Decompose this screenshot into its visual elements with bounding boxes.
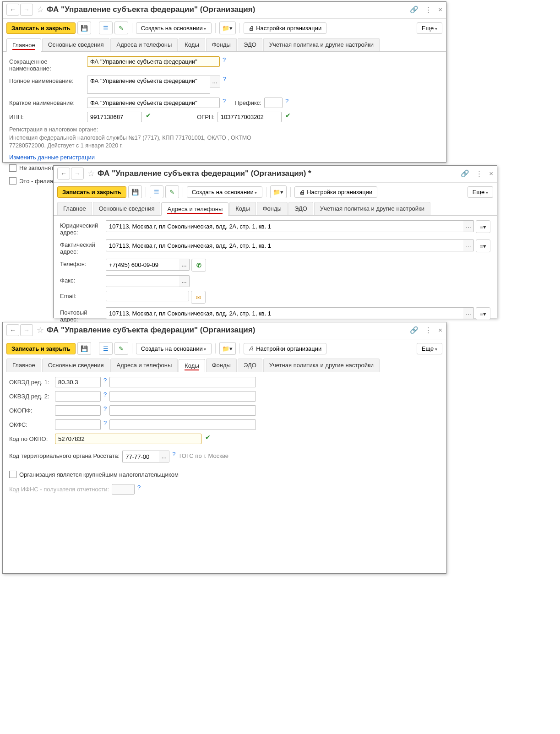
create-based-button[interactable]: Создать на основании <box>187 186 262 198</box>
ellipsis-button[interactable]: … <box>463 307 474 319</box>
forward-button[interactable]: → <box>20 4 33 16</box>
mail-button[interactable]: ✉ <box>191 291 206 304</box>
help-icon[interactable]: ? <box>103 377 107 384</box>
back-button[interactable]: ← <box>6 4 19 16</box>
okopf-input[interactable] <box>55 405 101 416</box>
help-icon[interactable]: ? <box>172 451 175 457</box>
tab-basic[interactable]: Основные сведения <box>42 38 110 51</box>
star-icon[interactable]: ☆ <box>37 5 44 15</box>
forward-button[interactable]: → <box>20 324 33 336</box>
org-settings-button[interactable]: 🖨 Настройки организации <box>294 186 378 198</box>
close-icon[interactable]: × <box>438 5 442 13</box>
list-button[interactable]: ≡▾ <box>476 307 490 320</box>
link-icon[interactable]: 🔗 <box>410 5 419 13</box>
menu-icon[interactable]: ⋮ <box>476 169 483 177</box>
create-based-button[interactable]: Создать на основании <box>136 343 212 354</box>
back-button[interactable]: ← <box>6 324 19 336</box>
tab-policy[interactable]: Учетная политика и другие настройки <box>314 202 430 215</box>
tab-addr[interactable]: Адреса и телефоны <box>110 38 178 51</box>
tab-main[interactable]: Главное <box>57 202 92 215</box>
help-icon[interactable]: ? <box>223 76 226 82</box>
doc-icon[interactable]: ☰ <box>99 342 113 355</box>
ellipsis-button[interactable]: … <box>159 451 169 462</box>
edit-icon[interactable]: ✎ <box>165 185 179 198</box>
prefix-input[interactable] <box>264 98 283 108</box>
okfs-input[interactable] <box>55 419 101 430</box>
more-button[interactable]: Еще <box>417 22 442 34</box>
save-close-button[interactable]: Записать и закрыть <box>57 186 126 198</box>
close-icon[interactable]: × <box>438 326 442 334</box>
okved2-input[interactable] <box>55 391 101 402</box>
call-button[interactable]: ✆ <box>191 259 206 272</box>
edit-icon[interactable]: ✎ <box>114 22 128 34</box>
okved1-name-input[interactable] <box>109 377 256 387</box>
tab-main[interactable]: Главное <box>6 359 41 372</box>
tab-edo[interactable]: ЭДО <box>238 38 262 51</box>
help-icon[interactable]: ? <box>285 98 288 104</box>
doc-icon[interactable]: ☰ <box>150 185 163 198</box>
save-close-button[interactable]: Записать и закрыть <box>6 22 76 34</box>
short-name-input[interactable] <box>87 56 220 67</box>
ellipsis-button[interactable]: … <box>463 239 474 251</box>
brief-name-input[interactable] <box>87 98 220 108</box>
tab-codes[interactable]: Коды <box>179 38 205 51</box>
help-icon[interactable]: ? <box>223 56 226 63</box>
star-icon[interactable]: ☆ <box>37 325 44 335</box>
org-settings-button[interactable]: 🖨 Настройки организации <box>244 343 327 354</box>
ogrn-input[interactable] <box>217 112 282 122</box>
link-icon[interactable]: 🔗 <box>410 326 419 334</box>
okved1-input[interactable] <box>55 377 101 387</box>
tab-codes[interactable]: Коды <box>229 202 256 215</box>
tab-basic[interactable]: Основные сведения <box>93 202 161 215</box>
tab-funds[interactable]: Фонды <box>206 38 237 51</box>
rosstat-input[interactable] <box>122 451 159 462</box>
ellipsis-button[interactable]: … <box>179 275 190 287</box>
list-button[interactable]: ≡▾ <box>476 220 490 233</box>
save-icon[interactable]: 💾 <box>128 185 142 198</box>
menu-icon[interactable]: ⋮ <box>425 326 432 334</box>
tab-policy[interactable]: Учетная политика и другие настройки <box>263 38 380 51</box>
save-icon[interactable]: 💾 <box>77 342 91 355</box>
tab-addr[interactable]: Адреса и телефоны <box>110 359 178 372</box>
star-icon[interactable]: ☆ <box>87 169 95 179</box>
ellipsis-button[interactable]: … <box>179 259 190 271</box>
okopf-name-input[interactable] <box>109 405 256 416</box>
forward-button[interactable]: → <box>71 168 84 179</box>
more-button[interactable]: Еще <box>417 343 442 354</box>
help-icon[interactable]: ? <box>103 391 107 398</box>
fact-addr-input[interactable] <box>106 239 463 251</box>
okpo-input[interactable] <box>55 434 201 444</box>
fax-input[interactable] <box>106 275 179 287</box>
change-reg-link[interactable]: Изменить данные регистрации <box>9 154 95 161</box>
save-close-button[interactable]: Записать и закрыть <box>6 343 76 354</box>
menu-icon[interactable]: ⋮ <box>425 5 432 13</box>
chk-large-taxpayer[interactable]: Организация является крупнейшим налогопл… <box>9 471 179 478</box>
ifns-input[interactable] <box>112 484 135 495</box>
list-button[interactable]: ≡▾ <box>476 239 490 252</box>
email-input[interactable] <box>106 291 189 301</box>
phone-input[interactable] <box>106 259 179 271</box>
link-icon[interactable]: 🔗 <box>461 169 469 177</box>
legal-addr-input[interactable] <box>106 220 463 232</box>
tab-main[interactable]: Главное <box>6 38 41 52</box>
folder-icon[interactable]: 📁▾ <box>219 342 236 355</box>
tab-funds[interactable]: Фонды <box>257 202 288 215</box>
close-icon[interactable]: × <box>489 169 493 177</box>
full-name-input[interactable]: ФА "Управление субъекта федерации" <box>87 76 210 94</box>
org-settings-button[interactable]: 🖨 Настройки организации <box>244 22 327 34</box>
help-icon[interactable]: ? <box>223 98 226 104</box>
ellipsis-button[interactable]: … <box>210 76 220 87</box>
help-icon[interactable]: ? <box>103 419 107 426</box>
save-icon[interactable]: 💾 <box>77 22 91 34</box>
folder-icon[interactable]: 📁▾ <box>219 22 236 34</box>
inn-input[interactable] <box>87 112 142 122</box>
tab-edo[interactable]: ЭДО <box>288 202 313 215</box>
tab-edo[interactable]: ЭДО <box>238 359 262 372</box>
folder-icon[interactable]: 📁▾ <box>270 185 287 198</box>
help-icon[interactable]: ? <box>137 484 141 491</box>
tab-policy[interactable]: Учетная политика и другие настройки <box>263 359 380 372</box>
tab-addr[interactable]: Адреса и телефоны <box>161 202 228 216</box>
back-button[interactable]: ← <box>57 168 70 179</box>
tab-funds[interactable]: Фонды <box>206 359 237 372</box>
edit-icon[interactable]: ✎ <box>114 342 128 355</box>
